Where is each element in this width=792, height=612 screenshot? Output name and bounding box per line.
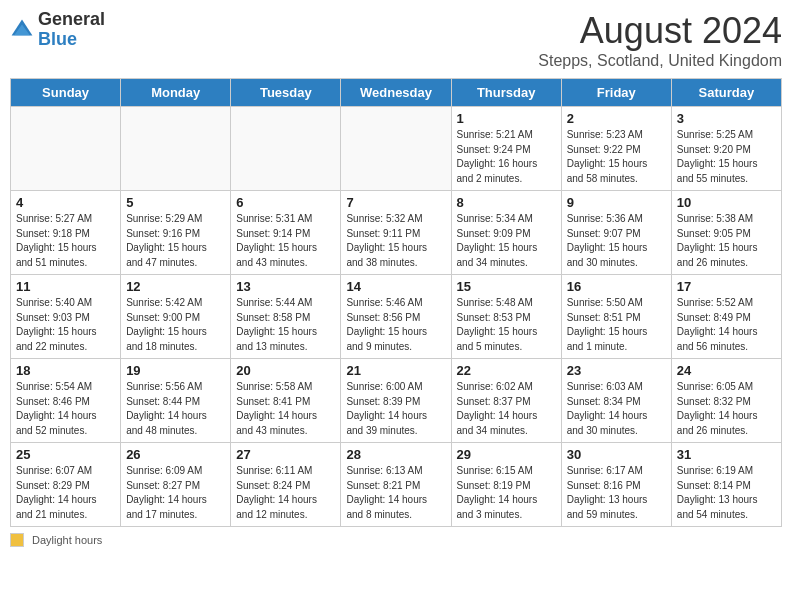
day-info: Sunrise: 6:02 AM Sunset: 8:37 PM Dayligh…	[457, 380, 556, 438]
calendar-cell	[341, 107, 451, 191]
day-number: 21	[346, 363, 445, 378]
calendar-cell: 30Sunrise: 6:17 AM Sunset: 8:16 PM Dayli…	[561, 443, 671, 527]
calendar-cell: 28Sunrise: 6:13 AM Sunset: 8:21 PM Dayli…	[341, 443, 451, 527]
day-number: 11	[16, 279, 115, 294]
calendar-cell: 29Sunrise: 6:15 AM Sunset: 8:19 PM Dayli…	[451, 443, 561, 527]
day-info: Sunrise: 5:40 AM Sunset: 9:03 PM Dayligh…	[16, 296, 115, 354]
daylight-color-box	[10, 533, 24, 547]
calendar-cell: 9Sunrise: 5:36 AM Sunset: 9:07 PM Daylig…	[561, 191, 671, 275]
day-number: 8	[457, 195, 556, 210]
calendar-cell: 21Sunrise: 6:00 AM Sunset: 8:39 PM Dayli…	[341, 359, 451, 443]
day-info: Sunrise: 5:29 AM Sunset: 9:16 PM Dayligh…	[126, 212, 225, 270]
calendar-cell: 14Sunrise: 5:46 AM Sunset: 8:56 PM Dayli…	[341, 275, 451, 359]
calendar-cell: 22Sunrise: 6:02 AM Sunset: 8:37 PM Dayli…	[451, 359, 561, 443]
day-number: 15	[457, 279, 556, 294]
day-info: Sunrise: 5:38 AM Sunset: 9:05 PM Dayligh…	[677, 212, 776, 270]
day-info: Sunrise: 6:19 AM Sunset: 8:14 PM Dayligh…	[677, 464, 776, 522]
calendar-cell: 11Sunrise: 5:40 AM Sunset: 9:03 PM Dayli…	[11, 275, 121, 359]
title-block: August 2024 Stepps, Scotland, United Kin…	[538, 10, 782, 70]
page-header: General Blue August 2024 Stepps, Scotlan…	[10, 10, 782, 70]
calendar-cell: 6Sunrise: 5:31 AM Sunset: 9:14 PM Daylig…	[231, 191, 341, 275]
calendar-cell: 7Sunrise: 5:32 AM Sunset: 9:11 PM Daylig…	[341, 191, 451, 275]
weekday-header-row: SundayMondayTuesdayWednesdayThursdayFrid…	[11, 79, 782, 107]
calendar-cell: 2Sunrise: 5:23 AM Sunset: 9:22 PM Daylig…	[561, 107, 671, 191]
day-number: 1	[457, 111, 556, 126]
calendar-cell: 13Sunrise: 5:44 AM Sunset: 8:58 PM Dayli…	[231, 275, 341, 359]
day-info: Sunrise: 5:46 AM Sunset: 8:56 PM Dayligh…	[346, 296, 445, 354]
day-number: 20	[236, 363, 335, 378]
calendar-cell	[231, 107, 341, 191]
day-number: 25	[16, 447, 115, 462]
day-info: Sunrise: 5:42 AM Sunset: 9:00 PM Dayligh…	[126, 296, 225, 354]
calendar-cell: 10Sunrise: 5:38 AM Sunset: 9:05 PM Dayli…	[671, 191, 781, 275]
calendar-cell: 25Sunrise: 6:07 AM Sunset: 8:29 PM Dayli…	[11, 443, 121, 527]
day-info: Sunrise: 5:32 AM Sunset: 9:11 PM Dayligh…	[346, 212, 445, 270]
day-number: 29	[457, 447, 556, 462]
calendar-cell: 4Sunrise: 5:27 AM Sunset: 9:18 PM Daylig…	[11, 191, 121, 275]
calendar-cell: 31Sunrise: 6:19 AM Sunset: 8:14 PM Dayli…	[671, 443, 781, 527]
day-info: Sunrise: 6:15 AM Sunset: 8:19 PM Dayligh…	[457, 464, 556, 522]
day-info: Sunrise: 5:36 AM Sunset: 9:07 PM Dayligh…	[567, 212, 666, 270]
calendar-cell: 1Sunrise: 5:21 AM Sunset: 9:24 PM Daylig…	[451, 107, 561, 191]
day-number: 19	[126, 363, 225, 378]
weekday-header-friday: Friday	[561, 79, 671, 107]
calendar-cell: 26Sunrise: 6:09 AM Sunset: 8:27 PM Dayli…	[121, 443, 231, 527]
day-number: 30	[567, 447, 666, 462]
weekday-header-monday: Monday	[121, 79, 231, 107]
weekday-header-sunday: Sunday	[11, 79, 121, 107]
calendar-week-row: 1Sunrise: 5:21 AM Sunset: 9:24 PM Daylig…	[11, 107, 782, 191]
day-number: 6	[236, 195, 335, 210]
calendar-cell: 3Sunrise: 5:25 AM Sunset: 9:20 PM Daylig…	[671, 107, 781, 191]
calendar-title: August 2024	[538, 10, 782, 52]
weekday-header-wednesday: Wednesday	[341, 79, 451, 107]
calendar-cell: 23Sunrise: 6:03 AM Sunset: 8:34 PM Dayli…	[561, 359, 671, 443]
day-number: 7	[346, 195, 445, 210]
day-number: 10	[677, 195, 776, 210]
day-number: 5	[126, 195, 225, 210]
calendar-week-row: 11Sunrise: 5:40 AM Sunset: 9:03 PM Dayli…	[11, 275, 782, 359]
calendar-cell: 24Sunrise: 6:05 AM Sunset: 8:32 PM Dayli…	[671, 359, 781, 443]
day-info: Sunrise: 5:25 AM Sunset: 9:20 PM Dayligh…	[677, 128, 776, 186]
day-info: Sunrise: 5:34 AM Sunset: 9:09 PM Dayligh…	[457, 212, 556, 270]
day-info: Sunrise: 6:13 AM Sunset: 8:21 PM Dayligh…	[346, 464, 445, 522]
day-info: Sunrise: 5:50 AM Sunset: 8:51 PM Dayligh…	[567, 296, 666, 354]
day-info: Sunrise: 5:58 AM Sunset: 8:41 PM Dayligh…	[236, 380, 335, 438]
day-number: 4	[16, 195, 115, 210]
day-number: 17	[677, 279, 776, 294]
day-number: 24	[677, 363, 776, 378]
weekday-header-thursday: Thursday	[451, 79, 561, 107]
calendar-cell: 27Sunrise: 6:11 AM Sunset: 8:24 PM Dayli…	[231, 443, 341, 527]
calendar-cell	[121, 107, 231, 191]
day-info: Sunrise: 6:11 AM Sunset: 8:24 PM Dayligh…	[236, 464, 335, 522]
calendar-cell: 5Sunrise: 5:29 AM Sunset: 9:16 PM Daylig…	[121, 191, 231, 275]
calendar-cell	[11, 107, 121, 191]
day-number: 3	[677, 111, 776, 126]
footer: Daylight hours	[10, 533, 782, 547]
day-info: Sunrise: 5:31 AM Sunset: 9:14 PM Dayligh…	[236, 212, 335, 270]
day-number: 28	[346, 447, 445, 462]
day-number: 12	[126, 279, 225, 294]
day-number: 18	[16, 363, 115, 378]
day-info: Sunrise: 5:54 AM Sunset: 8:46 PM Dayligh…	[16, 380, 115, 438]
day-number: 2	[567, 111, 666, 126]
day-info: Sunrise: 5:52 AM Sunset: 8:49 PM Dayligh…	[677, 296, 776, 354]
logo-icon	[10, 18, 34, 42]
day-number: 9	[567, 195, 666, 210]
day-info: Sunrise: 5:44 AM Sunset: 8:58 PM Dayligh…	[236, 296, 335, 354]
calendar-week-row: 18Sunrise: 5:54 AM Sunset: 8:46 PM Dayli…	[11, 359, 782, 443]
day-info: Sunrise: 5:23 AM Sunset: 9:22 PM Dayligh…	[567, 128, 666, 186]
day-number: 14	[346, 279, 445, 294]
day-info: Sunrise: 6:17 AM Sunset: 8:16 PM Dayligh…	[567, 464, 666, 522]
day-number: 31	[677, 447, 776, 462]
day-info: Sunrise: 6:07 AM Sunset: 8:29 PM Dayligh…	[16, 464, 115, 522]
calendar-cell: 20Sunrise: 5:58 AM Sunset: 8:41 PM Dayli…	[231, 359, 341, 443]
calendar-week-row: 25Sunrise: 6:07 AM Sunset: 8:29 PM Dayli…	[11, 443, 782, 527]
day-info: Sunrise: 5:27 AM Sunset: 9:18 PM Dayligh…	[16, 212, 115, 270]
calendar-cell: 18Sunrise: 5:54 AM Sunset: 8:46 PM Dayli…	[11, 359, 121, 443]
day-number: 23	[567, 363, 666, 378]
day-info: Sunrise: 6:00 AM Sunset: 8:39 PM Dayligh…	[346, 380, 445, 438]
day-info: Sunrise: 5:48 AM Sunset: 8:53 PM Dayligh…	[457, 296, 556, 354]
logo-text: General Blue	[38, 10, 105, 50]
day-number: 27	[236, 447, 335, 462]
calendar-subtitle: Stepps, Scotland, United Kingdom	[538, 52, 782, 70]
